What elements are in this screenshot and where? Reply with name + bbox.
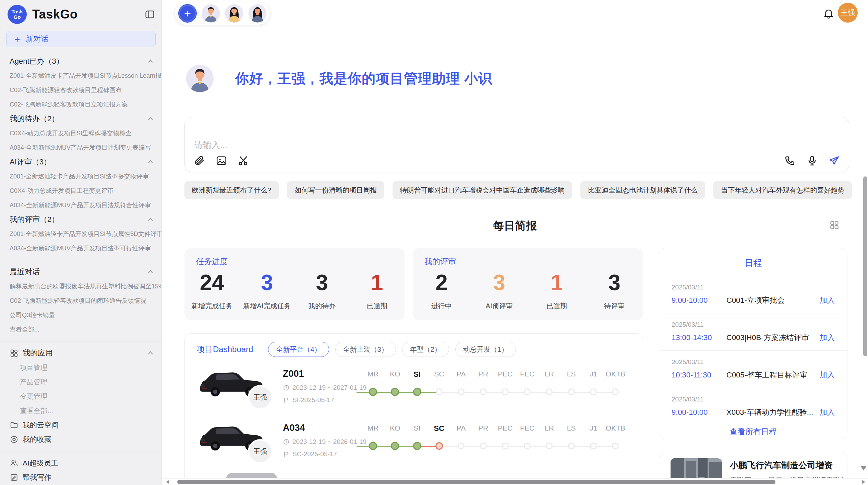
- sidebar-section-my-apps[interactable]: 我的应用: [0, 346, 161, 360]
- recent-view-all-link[interactable]: 查看全部...: [0, 322, 161, 337]
- milestone-label-KO: KO: [390, 424, 400, 432]
- app-item[interactable]: 变更管理: [0, 389, 161, 403]
- sidebar-task-item[interactable]: C02-飞腾新能源轻客改款项目立项汇报方案: [0, 97, 161, 112]
- add-agent-button[interactable]: +: [178, 4, 197, 23]
- user-avatar[interactable]: 王强: [838, 3, 858, 23]
- milestone-track: MRKOSISCPAPRPECFECLRLSJ1OKTB: [362, 419, 632, 463]
- sidebar-task-item[interactable]: A034-全新新能源MUV产品开发项目法规符合性评审: [0, 198, 161, 212]
- notification-bell-icon[interactable]: [823, 8, 834, 19]
- scroll-right-arrow[interactable]: [862, 480, 865, 484]
- vertical-scrollbar[interactable]: [863, 176, 867, 356]
- join-meeting-link[interactable]: 加入: [820, 370, 835, 380]
- project-row-Z001[interactable]: 王强Z0012023-12-19 ~ 2027-01-19SI-2025-05-…: [197, 364, 632, 419]
- stat-label: 我的待办: [294, 301, 350, 311]
- sidebar-task-item[interactable]: C02-飞腾新能源轻客改款项目里程碑画布: [0, 83, 161, 97]
- chevron-up-icon[interactable]: [146, 115, 155, 123]
- project-dates: 2023-12-19 ~ 2026-01-19: [292, 438, 366, 446]
- chevron-up-icon[interactable]: [146, 268, 155, 276]
- send-icon[interactable]: [828, 155, 840, 166]
- milestone-label-KO: KO: [390, 370, 400, 378]
- milestone-label-OKTB: OKTB: [606, 370, 625, 378]
- recent-chat-item[interactable]: C02-飞腾新能源轻客改款项目的闭环通告反馈情况: [0, 294, 161, 308]
- apps-view-all-link[interactable]: 查看全部...: [0, 403, 161, 418]
- sidebar-tool-writing[interactable]: 帮我写作: [0, 470, 161, 485]
- milestone-label-SI: SI: [413, 370, 421, 379]
- stat-block: 2进行中: [413, 270, 470, 311]
- chevron-up-icon[interactable]: [146, 158, 155, 166]
- card-label: 我的评审: [424, 256, 456, 267]
- sidebar-section-header-1[interactable]: 我的待办（2）: [0, 112, 161, 126]
- my-reviews-card: 我的评审 2进行中3AI预评审1已逾期3待评审: [413, 248, 643, 320]
- attachment-icon[interactable]: [194, 155, 205, 166]
- chat-input[interactable]: [194, 136, 709, 153]
- project-row-A034[interactable]: 王强A0342023-12-19 ~ 2026-01-19SC-2025-05-…: [197, 418, 632, 473]
- sidebar-section-header-2[interactable]: AI评审（3）: [0, 155, 161, 169]
- section-label: AI评审（3）: [10, 157, 51, 167]
- dashboard-tab[interactable]: 动总开发（1）: [455, 342, 516, 357]
- chevron-up-icon[interactable]: [146, 215, 155, 224]
- suggestion-chip[interactable]: 如何写一份清晰的项目周报: [287, 181, 384, 199]
- recent-chat-item[interactable]: 公司Q3轻卡销量: [0, 308, 161, 322]
- app-title: TaskGo: [32, 7, 77, 22]
- agent-avatar-3[interactable]: [248, 4, 267, 23]
- sidebar-task-item[interactable]: C0X4-动力总成开发项目工程变更评审: [0, 184, 161, 198]
- schedule-time: 9:00-10:00: [672, 408, 726, 417]
- new-chat-button[interactable]: ＋ 新对话: [6, 31, 156, 47]
- app-item[interactable]: 产品管理: [0, 375, 161, 389]
- schedule-title: 日程: [659, 257, 847, 269]
- sidebar-section-recent-chats[interactable]: 最近对话: [0, 265, 161, 279]
- input-tools-right: [784, 155, 840, 166]
- sidebar-collapse-icon[interactable]: [144, 9, 155, 20]
- voice-call-icon[interactable]: [784, 155, 796, 166]
- app-item[interactable]: 项目管理: [0, 360, 161, 375]
- join-meeting-link[interactable]: 加入: [820, 333, 835, 343]
- sidebar-task-item[interactable]: Z001-全新燃油轻卡产品开发项目SI节点属性5D文件评审: [0, 227, 161, 241]
- milestone-label-PA: PA: [457, 370, 466, 378]
- milestone-label-LR: LR: [545, 424, 554, 432]
- agent-avatar-2[interactable]: [225, 4, 243, 23]
- chevron-up-icon[interactable]: [146, 349, 155, 357]
- sidebar-task-item[interactable]: C0X4-动力总成开发项目SI里程碑提交物检查: [0, 126, 161, 140]
- agent-avatar-1[interactable]: [202, 4, 220, 23]
- briefing-layout-icon[interactable]: [829, 220, 840, 230]
- sidebar-task-item[interactable]: Z001-全新燃油皮卡产品开发项目SI节点Lesson Learn报告: [0, 69, 161, 83]
- section-label: Agent已办（3）: [10, 56, 64, 66]
- my-reviews-stats: 2进行中3AI预评审1已逾期3待评审: [413, 270, 643, 311]
- sidebar-item-favorites[interactable]: 我的收藏: [0, 432, 161, 447]
- suggestion-chip[interactable]: 特朗普可能对进口汽车增税会对中国车企造成哪些影响: [393, 181, 572, 199]
- horizontal-scrollbar-thumb[interactable]: [177, 480, 775, 484]
- microphone-icon[interactable]: [806, 155, 818, 166]
- dashboard-tab[interactable]: 全新上装（3）: [335, 342, 396, 357]
- suggestion-chip[interactable]: 欧洲新规最近颁布了什么?: [184, 181, 279, 199]
- suggestion-chips: 欧洲新规最近颁布了什么?如何写一份清晰的项目周报特朗普可能对进口汽车增税会对中国…: [184, 181, 849, 199]
- scissors-icon[interactable]: [238, 155, 249, 166]
- sidebar-task-item[interactable]: Z001-全新燃油轻卡产品开发项目SI造型提交物评审: [0, 169, 161, 184]
- sidebar-section-header-3[interactable]: 我的评审（2）: [0, 212, 161, 227]
- stat-label: 待评审: [586, 301, 643, 311]
- sidebar-tool-ai-staff[interactable]: AI超级员工: [0, 456, 161, 470]
- suggestion-chip[interactable]: 当下年轻人对汽车外观有怎样的喜好趋势: [713, 181, 852, 199]
- join-meeting-link[interactable]: 加入: [820, 295, 835, 306]
- milestone-node-KO: [391, 388, 399, 396]
- schedule-event-title: C003|H0B-方案冻结评审: [726, 333, 820, 343]
- scroll-down-arrow[interactable]: [860, 466, 867, 471]
- suggestion-chip[interactable]: 比亚迪全固态电池计划具体说了什么: [580, 181, 705, 199]
- view-all-schedule-link[interactable]: 查看所有日程: [659, 426, 847, 437]
- milestone-label-FEC: FEC: [520, 370, 534, 378]
- dashboard-tab[interactable]: 全新平台（4）: [268, 342, 329, 357]
- sidebar-item-cloud-space[interactable]: 我的云空间: [0, 418, 161, 432]
- assistant-avatar: [186, 64, 214, 92]
- scroll-left-arrow[interactable]: [166, 480, 169, 484]
- schedule-event-title: X003-车辆动力学性能验...: [726, 407, 820, 418]
- dashboard-tab[interactable]: 年型（2）: [402, 342, 449, 357]
- image-upload-icon[interactable]: [216, 155, 227, 166]
- stat-value: 2: [413, 270, 470, 295]
- sidebar-task-item[interactable]: A034-全新新能源MUV产品开发项目计划变更表编写: [0, 140, 161, 155]
- join-meeting-link[interactable]: 加入: [820, 407, 835, 418]
- horizontal-scrollbar-track[interactable]: [162, 478, 868, 485]
- recent-chat-item[interactable]: 解释最新出台的欧盟报废车法规再生塑料比例被调至15%...: [0, 279, 161, 294]
- sidebar-section-header-0[interactable]: Agent已办（3）: [0, 54, 161, 69]
- chevron-up-icon[interactable]: [146, 57, 155, 65]
- sidebar-task-item[interactable]: A034-全新新能源MUV产品开发项目造型可行性评审: [0, 241, 161, 256]
- schedule-event-title: C005-整车工程目标评审: [726, 370, 820, 380]
